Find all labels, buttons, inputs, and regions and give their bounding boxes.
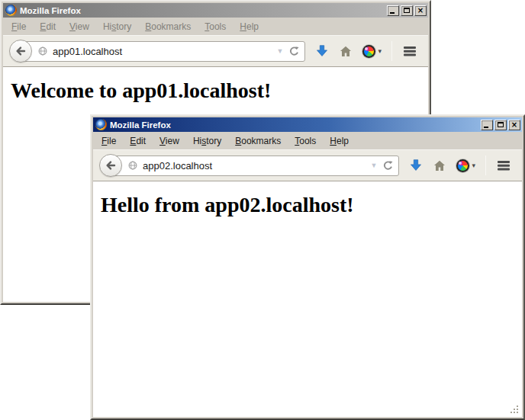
back-button[interactable] — [9, 40, 32, 63]
menu-history[interactable]: History — [98, 20, 136, 34]
menu-bookmarks[interactable]: Bookmarks — [140, 20, 195, 34]
menu-tools[interactable]: Tools — [290, 134, 320, 148]
chevron-down-icon: ▾ — [378, 47, 382, 55]
downloads-button[interactable] — [409, 159, 423, 172]
menu-bookmarks[interactable]: Bookmarks — [230, 134, 285, 148]
hamburger-menu-button[interactable] — [496, 159, 511, 172]
close-icon: × — [417, 7, 424, 14]
window-title: Mozilla Firefox — [20, 6, 387, 15]
extension-button[interactable]: ▾ — [456, 159, 475, 172]
hamburger-menu-button[interactable] — [402, 45, 417, 57]
titlebar[interactable]: Mozilla Firefox × — [93, 117, 522, 132]
pinwheel-extension-icon — [456, 159, 469, 172]
menu-edit[interactable]: Edit — [125, 134, 150, 148]
menu-tools[interactable]: Tools — [200, 20, 230, 34]
menu-view[interactable]: View — [65, 20, 94, 34]
minimize-button[interactable] — [387, 5, 399, 16]
url-bar[interactable]: app02.localhost ▼ — [110, 155, 399, 176]
globe-icon — [37, 46, 48, 56]
url-input[interactable]: app01.localhost — [53, 46, 277, 57]
menu-history[interactable]: History — [188, 134, 226, 148]
pinwheel-extension-icon — [362, 45, 375, 58]
hamburger-icon — [496, 159, 511, 172]
desktop: Mozilla Firefox × File Edit View History… — [0, 0, 525, 420]
close-button[interactable]: × — [508, 120, 520, 130]
window-title: Mozilla Firefox — [110, 120, 481, 130]
back-arrow-icon — [14, 45, 27, 57]
close-button[interactable]: × — [414, 5, 427, 16]
home-button[interactable] — [433, 159, 446, 172]
url-bar[interactable]: app01.localhost ▼ — [20, 41, 305, 62]
page-heading: Welcome to app01.localhost! — [11, 79, 428, 103]
reload-button[interactable] — [382, 160, 394, 172]
download-arrow-icon — [315, 44, 329, 58]
minimize-button[interactable] — [481, 120, 493, 130]
home-icon — [339, 45, 353, 58]
extension-button[interactable]: ▾ — [362, 45, 382, 58]
toolbar-separator — [485, 155, 486, 175]
downloads-button[interactable] — [315, 44, 329, 58]
maximize-icon — [404, 8, 410, 13]
back-button[interactable] — [99, 154, 122, 177]
url-dropdown-icon[interactable]: ▼ — [371, 162, 378, 169]
navigation-toolbar: app01.localhost ▼ — [3, 35, 428, 67]
chevron-down-icon: ▾ — [472, 162, 475, 169]
back-arrow-icon — [105, 159, 117, 172]
hamburger-icon — [402, 45, 417, 57]
page-heading: Hello from app02.localhost! — [101, 193, 522, 217]
firefox-app-icon — [5, 5, 17, 16]
menu-help[interactable]: Help — [235, 20, 263, 34]
close-icon: × — [511, 121, 517, 129]
menu-help[interactable]: Help — [325, 134, 353, 148]
globe-icon — [127, 160, 138, 171]
maximize-button[interactable] — [494, 120, 507, 130]
reload-icon — [382, 160, 394, 172]
menu-bar: File Edit View History Bookmarks Tools H… — [93, 132, 522, 149]
menu-file[interactable]: File — [7, 20, 31, 34]
download-arrow-icon — [409, 159, 423, 172]
home-icon — [433, 159, 446, 172]
url-input[interactable]: app02.localhost — [143, 160, 371, 172]
url-dropdown-icon[interactable]: ▼ — [277, 47, 284, 55]
resize-grip[interactable] — [509, 404, 520, 415]
reload-button[interactable] — [288, 46, 300, 57]
navigation-toolbar: app02.localhost ▼ — [93, 149, 522, 181]
menu-edit[interactable]: Edit — [35, 20, 60, 34]
page-content-app02: Hello from app02.localhost! — [93, 181, 522, 417]
menu-bar: File Edit View History Bookmarks Tools H… — [3, 18, 428, 35]
maximize-icon — [498, 122, 504, 127]
minimize-icon — [484, 127, 488, 128]
home-button[interactable] — [339, 45, 353, 58]
titlebar[interactable]: Mozilla Firefox × — [3, 3, 428, 18]
maximize-button[interactable] — [401, 5, 413, 16]
reload-icon — [288, 46, 300, 57]
menu-view[interactable]: View — [155, 134, 184, 148]
menu-file[interactable]: File — [97, 134, 121, 148]
firefox-app-icon — [95, 119, 107, 130]
toolbar-separator — [391, 41, 392, 61]
browser-window-app02: Mozilla Firefox × File Edit View History… — [90, 114, 525, 420]
minimize-icon — [390, 12, 395, 14]
